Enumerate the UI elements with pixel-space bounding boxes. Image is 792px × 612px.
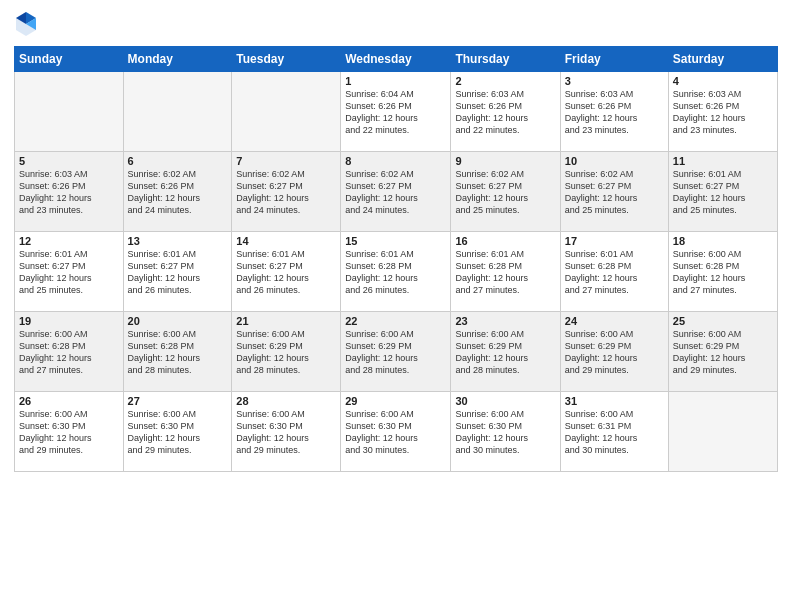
weekday-header: Thursday bbox=[451, 47, 560, 72]
day-number: 5 bbox=[19, 155, 119, 167]
day-info: Sunrise: 6:03 AM Sunset: 6:26 PM Dayligh… bbox=[19, 168, 119, 217]
calendar-day-cell: 25Sunrise: 6:00 AM Sunset: 6:29 PM Dayli… bbox=[668, 312, 777, 392]
calendar-day-cell: 31Sunrise: 6:00 AM Sunset: 6:31 PM Dayli… bbox=[560, 392, 668, 472]
day-number: 1 bbox=[345, 75, 446, 87]
day-info: Sunrise: 6:01 AM Sunset: 6:28 PM Dayligh… bbox=[345, 248, 446, 297]
day-info: Sunrise: 6:02 AM Sunset: 6:27 PM Dayligh… bbox=[236, 168, 336, 217]
day-info: Sunrise: 6:00 AM Sunset: 6:28 PM Dayligh… bbox=[19, 328, 119, 377]
calendar-week-row: 5Sunrise: 6:03 AM Sunset: 6:26 PM Daylig… bbox=[15, 152, 778, 232]
day-info: Sunrise: 6:01 AM Sunset: 6:27 PM Dayligh… bbox=[128, 248, 228, 297]
weekday-header: Sunday bbox=[15, 47, 124, 72]
day-info: Sunrise: 6:00 AM Sunset: 6:29 PM Dayligh… bbox=[565, 328, 664, 377]
calendar-day-cell: 13Sunrise: 6:01 AM Sunset: 6:27 PM Dayli… bbox=[123, 232, 232, 312]
logo-icon bbox=[14, 10, 38, 38]
day-number: 11 bbox=[673, 155, 773, 167]
day-info: Sunrise: 6:01 AM Sunset: 6:27 PM Dayligh… bbox=[673, 168, 773, 217]
day-number: 19 bbox=[19, 315, 119, 327]
day-info: Sunrise: 6:00 AM Sunset: 6:30 PM Dayligh… bbox=[345, 408, 446, 457]
day-info: Sunrise: 6:00 AM Sunset: 6:28 PM Dayligh… bbox=[673, 248, 773, 297]
calendar-day-cell: 21Sunrise: 6:00 AM Sunset: 6:29 PM Dayli… bbox=[232, 312, 341, 392]
calendar-day-cell: 4Sunrise: 6:03 AM Sunset: 6:26 PM Daylig… bbox=[668, 72, 777, 152]
weekday-header: Tuesday bbox=[232, 47, 341, 72]
calendar-day-cell: 7Sunrise: 6:02 AM Sunset: 6:27 PM Daylig… bbox=[232, 152, 341, 232]
day-number: 28 bbox=[236, 395, 336, 407]
calendar-day-cell: 5Sunrise: 6:03 AM Sunset: 6:26 PM Daylig… bbox=[15, 152, 124, 232]
day-info: Sunrise: 6:00 AM Sunset: 6:29 PM Dayligh… bbox=[673, 328, 773, 377]
calendar-day-cell: 23Sunrise: 6:00 AM Sunset: 6:29 PM Dayli… bbox=[451, 312, 560, 392]
day-number: 20 bbox=[128, 315, 228, 327]
calendar-day-cell: 9Sunrise: 6:02 AM Sunset: 6:27 PM Daylig… bbox=[451, 152, 560, 232]
day-info: Sunrise: 6:00 AM Sunset: 6:30 PM Dayligh… bbox=[455, 408, 555, 457]
calendar-day-cell: 16Sunrise: 6:01 AM Sunset: 6:28 PM Dayli… bbox=[451, 232, 560, 312]
day-number: 6 bbox=[128, 155, 228, 167]
calendar-day-cell: 17Sunrise: 6:01 AM Sunset: 6:28 PM Dayli… bbox=[560, 232, 668, 312]
calendar-day-cell: 15Sunrise: 6:01 AM Sunset: 6:28 PM Dayli… bbox=[341, 232, 451, 312]
day-number: 27 bbox=[128, 395, 228, 407]
day-number: 23 bbox=[455, 315, 555, 327]
calendar-day-cell bbox=[15, 72, 124, 152]
calendar-day-cell: 20Sunrise: 6:00 AM Sunset: 6:28 PM Dayli… bbox=[123, 312, 232, 392]
calendar-day-cell: 27Sunrise: 6:00 AM Sunset: 6:30 PM Dayli… bbox=[123, 392, 232, 472]
day-number: 12 bbox=[19, 235, 119, 247]
day-info: Sunrise: 6:00 AM Sunset: 6:30 PM Dayligh… bbox=[236, 408, 336, 457]
day-number: 22 bbox=[345, 315, 446, 327]
day-number: 17 bbox=[565, 235, 664, 247]
day-info: Sunrise: 6:02 AM Sunset: 6:26 PM Dayligh… bbox=[128, 168, 228, 217]
day-number: 10 bbox=[565, 155, 664, 167]
calendar-day-cell: 8Sunrise: 6:02 AM Sunset: 6:27 PM Daylig… bbox=[341, 152, 451, 232]
calendar-day-cell: 24Sunrise: 6:00 AM Sunset: 6:29 PM Dayli… bbox=[560, 312, 668, 392]
day-info: Sunrise: 6:03 AM Sunset: 6:26 PM Dayligh… bbox=[673, 88, 773, 137]
day-info: Sunrise: 6:00 AM Sunset: 6:30 PM Dayligh… bbox=[128, 408, 228, 457]
calendar-day-cell: 30Sunrise: 6:00 AM Sunset: 6:30 PM Dayli… bbox=[451, 392, 560, 472]
day-info: Sunrise: 6:03 AM Sunset: 6:26 PM Dayligh… bbox=[565, 88, 664, 137]
calendar-day-cell: 18Sunrise: 6:00 AM Sunset: 6:28 PM Dayli… bbox=[668, 232, 777, 312]
day-number: 16 bbox=[455, 235, 555, 247]
calendar-day-cell: 26Sunrise: 6:00 AM Sunset: 6:30 PM Dayli… bbox=[15, 392, 124, 472]
calendar-day-cell: 2Sunrise: 6:03 AM Sunset: 6:26 PM Daylig… bbox=[451, 72, 560, 152]
weekday-header: Wednesday bbox=[341, 47, 451, 72]
day-info: Sunrise: 6:00 AM Sunset: 6:30 PM Dayligh… bbox=[19, 408, 119, 457]
calendar-day-cell: 3Sunrise: 6:03 AM Sunset: 6:26 PM Daylig… bbox=[560, 72, 668, 152]
weekday-header: Friday bbox=[560, 47, 668, 72]
day-number: 24 bbox=[565, 315, 664, 327]
day-info: Sunrise: 6:01 AM Sunset: 6:27 PM Dayligh… bbox=[236, 248, 336, 297]
logo bbox=[14, 10, 42, 38]
day-info: Sunrise: 6:02 AM Sunset: 6:27 PM Dayligh… bbox=[345, 168, 446, 217]
calendar-day-cell bbox=[668, 392, 777, 472]
day-number: 26 bbox=[19, 395, 119, 407]
day-number: 31 bbox=[565, 395, 664, 407]
calendar-week-row: 19Sunrise: 6:00 AM Sunset: 6:28 PM Dayli… bbox=[15, 312, 778, 392]
calendar-day-cell: 22Sunrise: 6:00 AM Sunset: 6:29 PM Dayli… bbox=[341, 312, 451, 392]
day-info: Sunrise: 6:00 AM Sunset: 6:29 PM Dayligh… bbox=[455, 328, 555, 377]
calendar-day-cell: 6Sunrise: 6:02 AM Sunset: 6:26 PM Daylig… bbox=[123, 152, 232, 232]
day-number: 9 bbox=[455, 155, 555, 167]
calendar-table: SundayMondayTuesdayWednesdayThursdayFrid… bbox=[14, 46, 778, 472]
calendar-header-row: SundayMondayTuesdayWednesdayThursdayFrid… bbox=[15, 47, 778, 72]
calendar-day-cell: 12Sunrise: 6:01 AM Sunset: 6:27 PM Dayli… bbox=[15, 232, 124, 312]
page-container: SundayMondayTuesdayWednesdayThursdayFrid… bbox=[0, 0, 792, 482]
day-info: Sunrise: 6:02 AM Sunset: 6:27 PM Dayligh… bbox=[565, 168, 664, 217]
day-info: Sunrise: 6:04 AM Sunset: 6:26 PM Dayligh… bbox=[345, 88, 446, 137]
day-number: 25 bbox=[673, 315, 773, 327]
weekday-header: Monday bbox=[123, 47, 232, 72]
calendar-week-row: 26Sunrise: 6:00 AM Sunset: 6:30 PM Dayli… bbox=[15, 392, 778, 472]
day-number: 30 bbox=[455, 395, 555, 407]
day-info: Sunrise: 6:00 AM Sunset: 6:29 PM Dayligh… bbox=[345, 328, 446, 377]
day-number: 13 bbox=[128, 235, 228, 247]
calendar-day-cell: 11Sunrise: 6:01 AM Sunset: 6:27 PM Dayli… bbox=[668, 152, 777, 232]
day-info: Sunrise: 6:01 AM Sunset: 6:28 PM Dayligh… bbox=[455, 248, 555, 297]
calendar-day-cell: 10Sunrise: 6:02 AM Sunset: 6:27 PM Dayli… bbox=[560, 152, 668, 232]
day-number: 4 bbox=[673, 75, 773, 87]
calendar-week-row: 1Sunrise: 6:04 AM Sunset: 6:26 PM Daylig… bbox=[15, 72, 778, 152]
calendar-day-cell bbox=[232, 72, 341, 152]
day-number: 29 bbox=[345, 395, 446, 407]
day-number: 18 bbox=[673, 235, 773, 247]
day-info: Sunrise: 6:01 AM Sunset: 6:27 PM Dayligh… bbox=[19, 248, 119, 297]
day-number: 14 bbox=[236, 235, 336, 247]
day-info: Sunrise: 6:00 AM Sunset: 6:31 PM Dayligh… bbox=[565, 408, 664, 457]
day-info: Sunrise: 6:03 AM Sunset: 6:26 PM Dayligh… bbox=[455, 88, 555, 137]
day-info: Sunrise: 6:00 AM Sunset: 6:28 PM Dayligh… bbox=[128, 328, 228, 377]
calendar-day-cell: 1Sunrise: 6:04 AM Sunset: 6:26 PM Daylig… bbox=[341, 72, 451, 152]
day-info: Sunrise: 6:02 AM Sunset: 6:27 PM Dayligh… bbox=[455, 168, 555, 217]
day-number: 21 bbox=[236, 315, 336, 327]
